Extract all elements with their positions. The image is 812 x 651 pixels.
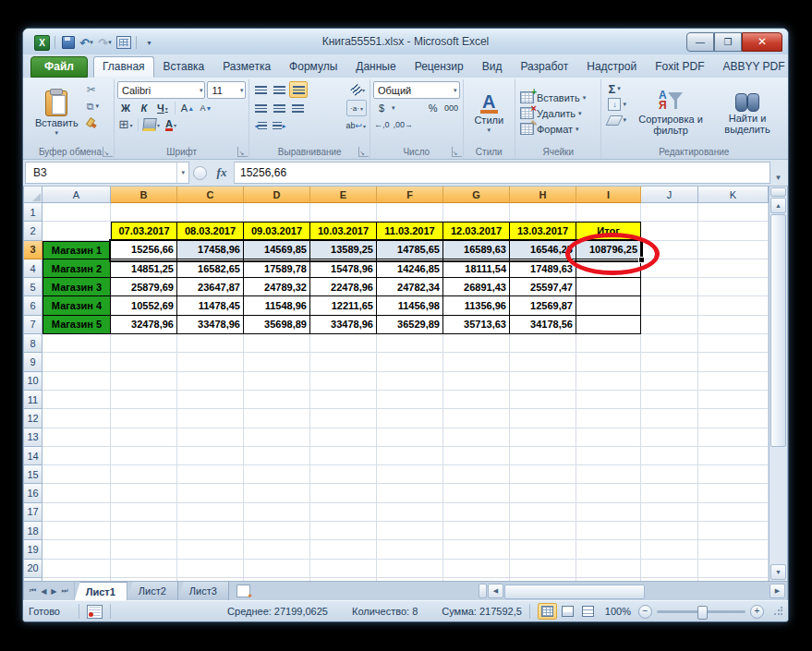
cell-C6[interactable]: 11478,45 — [177, 296, 244, 315]
tab-формулы[interactable]: Формулы — [280, 56, 346, 78]
cell-E13[interactable] — [310, 428, 377, 447]
currency-button[interactable]: $ — [373, 101, 390, 115]
cell-E15[interactable] — [310, 465, 377, 484]
expand-formula-bar-icon[interactable]: ▼ — [770, 162, 786, 184]
copy-button[interactable]: ⧉▾ — [85, 99, 101, 114]
cell-H9[interactable] — [510, 353, 576, 371]
cell-G7[interactable]: 35713,63 — [443, 316, 510, 334]
excel-logo-icon[interactable]: X — [34, 35, 50, 50]
tab-рецензир[interactable]: Рецензир — [406, 56, 473, 78]
cell-D7[interactable]: 35698,89 — [244, 316, 310, 334]
row-header-14[interactable]: 14 — [24, 447, 42, 465]
cell-K9[interactable] — [698, 353, 769, 371]
cell-H5[interactable]: 25597,47 — [510, 278, 576, 296]
cell-A2[interactable] — [42, 222, 111, 240]
cell-J12[interactable] — [641, 409, 698, 428]
format-painter-button[interactable] — [85, 115, 101, 130]
zoom-in-button[interactable]: + — [750, 605, 764, 619]
cell-J19[interactable] — [641, 540, 698, 559]
cell-F18[interactable] — [377, 522, 443, 540]
tab-файл[interactable]: Файл — [30, 56, 88, 78]
cell-I13[interactable] — [576, 428, 641, 447]
save-button[interactable] — [60, 35, 76, 50]
font-name-combo[interactable]: Calibri▾ — [117, 81, 205, 99]
cell-G12[interactable] — [443, 409, 510, 428]
cell-K21[interactable] — [698, 578, 769, 581]
cell-H19[interactable] — [510, 540, 576, 559]
tab-разметка[interactable]: Разметка — [213, 56, 280, 78]
cell-F12[interactable] — [377, 409, 443, 428]
cell-K16[interactable] — [698, 484, 769, 502]
paste-button[interactable]: Вставить ▾ — [30, 80, 84, 146]
cell-K10[interactable] — [698, 372, 769, 391]
cell-G2[interactable]: 12.03.2017 — [443, 222, 510, 240]
cell-I6[interactable] — [576, 296, 641, 315]
cell-G18[interactable] — [443, 522, 510, 540]
cell-D12[interactable] — [244, 409, 310, 428]
cell-J16[interactable] — [641, 484, 698, 502]
cell-A6[interactable]: Магазин 4 — [42, 296, 111, 315]
cell-C9[interactable] — [177, 353, 244, 371]
dialog-launcher-icon[interactable]: ↘ — [452, 147, 462, 157]
cell-E20[interactable] — [310, 560, 377, 578]
cell-I5[interactable] — [576, 278, 641, 296]
cell-C2[interactable]: 08.03.2017 — [177, 222, 244, 240]
cell-E16[interactable] — [310, 484, 377, 502]
cell-G1[interactable] — [443, 203, 510, 222]
cell-J10[interactable] — [641, 372, 698, 391]
cell-A18[interactable] — [42, 522, 111, 540]
number-format-combo[interactable]: Общий▾ — [373, 81, 460, 99]
cell-C19[interactable] — [177, 540, 244, 559]
tab-главная[interactable]: Главная — [93, 56, 154, 78]
cell-E14[interactable] — [310, 447, 377, 465]
increase-decimal-button[interactable]: ←,0 — [373, 117, 391, 132]
cell-G16[interactable] — [443, 484, 510, 502]
row-header-9[interactable]: 9 — [24, 353, 42, 371]
cell-E7[interactable]: 33478,96 — [310, 316, 377, 334]
cell-B4[interactable]: 14851,25 — [111, 259, 177, 278]
column-header-J[interactable]: J — [641, 187, 698, 203]
cell-F21[interactable] — [377, 578, 443, 581]
customize-qat-button[interactable]: ▼ — [141, 35, 157, 50]
cell-B19[interactable] — [111, 540, 177, 559]
cell-F17[interactable] — [377, 503, 443, 522]
cell-H4[interactable]: 17489,63 — [510, 259, 576, 278]
cell-D21[interactable] — [244, 578, 310, 581]
row-header-13[interactable]: 13 — [24, 428, 42, 447]
scroll-up-icon[interactable]: ▲ — [770, 198, 786, 213]
cell-I2[interactable]: Итог — [576, 222, 641, 240]
cell-B18[interactable] — [111, 522, 177, 540]
find-select-button[interactable]: Найти и выделить — [711, 80, 783, 146]
cell-G17[interactable] — [443, 503, 510, 522]
cell-A5[interactable]: Магазин 3 — [42, 278, 111, 296]
split-handle[interactable] — [479, 584, 487, 598]
font-size-combo[interactable]: 11▾ — [207, 81, 246, 99]
cell-B10[interactable] — [111, 372, 177, 391]
row-header-20[interactable]: 20 — [24, 560, 42, 578]
cell-G6[interactable]: 11356,96 — [443, 296, 510, 315]
tab-разработ[interactable]: Разработ — [511, 56, 577, 78]
cell-H2[interactable]: 13.03.2017 — [510, 222, 576, 240]
cell-A7[interactable]: Магазин 5 — [42, 316, 111, 334]
tab-вид[interactable]: Вид — [473, 56, 512, 78]
cell-G20[interactable] — [443, 560, 510, 578]
sort-filter-button[interactable]: АЯ Сортировка и фильтр — [630, 80, 711, 146]
cell-E8[interactable] — [310, 334, 377, 353]
cell-J21[interactable] — [641, 578, 698, 581]
cell-A8[interactable] — [42, 334, 111, 353]
align-middle-button[interactable] — [271, 82, 287, 97]
cell-J14[interactable] — [641, 447, 698, 465]
horizontal-scrollbar[interactable]: ◀ ▶ — [477, 582, 787, 600]
formula-input[interactable]: 15256,66 — [235, 162, 770, 184]
cell-F16[interactable] — [377, 484, 443, 502]
cell-C7[interactable]: 33478,96 — [177, 316, 244, 334]
insert-function-button[interactable]: fx — [210, 162, 235, 184]
cell-G11[interactable] — [443, 391, 510, 409]
zoom-thumb[interactable] — [697, 606, 708, 620]
scroll-down-icon[interactable]: ▼ — [770, 564, 786, 580]
cell-J9[interactable] — [641, 353, 698, 371]
styles-button[interactable]: А Стили ▾ — [468, 90, 509, 137]
tab-вставка[interactable]: Вставка — [154, 56, 214, 78]
cell-F7[interactable]: 36529,89 — [377, 316, 443, 334]
cell-F5[interactable]: 24782,34 — [377, 278, 443, 296]
